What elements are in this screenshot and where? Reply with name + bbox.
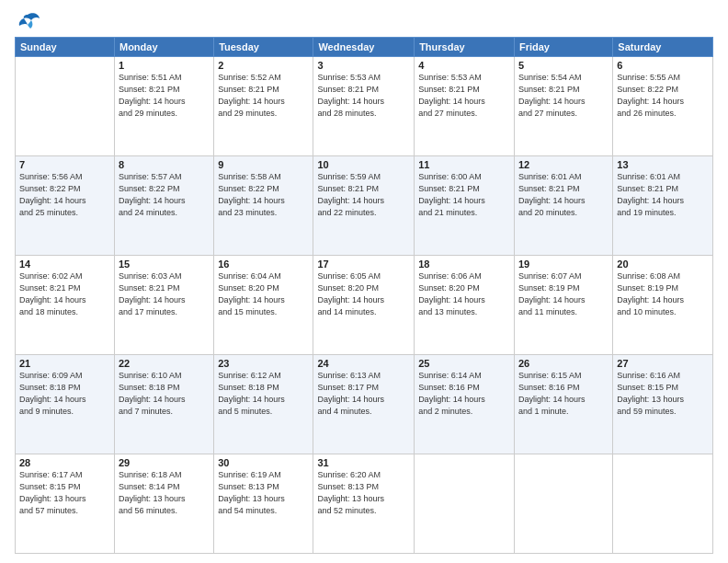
day-info: Sunrise: 6:12 AM Sunset: 8:18 PM Dayligh… [218, 370, 309, 418]
day-number: 12 [518, 159, 609, 170]
day-number: 23 [218, 358, 309, 369]
day-number: 10 [317, 159, 410, 170]
day-info: Sunrise: 5:59 AM Sunset: 8:21 PM Dayligh… [317, 171, 410, 219]
calendar-cell: 19Sunrise: 6:07 AM Sunset: 8:19 PM Dayli… [514, 256, 612, 355]
calendar-cell: 17Sunrise: 6:05 AM Sunset: 8:20 PM Dayli… [313, 256, 415, 355]
calendar-cell: 6Sunrise: 5:55 AM Sunset: 8:22 PM Daylig… [613, 57, 713, 156]
calendar-cell: 10Sunrise: 5:59 AM Sunset: 8:21 PM Dayli… [313, 156, 415, 256]
day-number: 4 [418, 60, 510, 71]
day-info: Sunrise: 5:54 AM Sunset: 8:21 PM Dayligh… [518, 72, 609, 120]
day-number: 3 [317, 60, 410, 71]
day-number: 22 [119, 358, 210, 369]
calendar-cell: 18Sunrise: 6:06 AM Sunset: 8:20 PM Dayli… [415, 256, 515, 355]
calendar-cell: 25Sunrise: 6:14 AM Sunset: 8:16 PM Dayli… [415, 355, 515, 454]
calendar-cell: 28Sunrise: 6:17 AM Sunset: 8:15 PM Dayli… [16, 454, 115, 554]
day-info: Sunrise: 6:13 AM Sunset: 8:17 PM Dayligh… [317, 370, 410, 418]
day-info: Sunrise: 5:57 AM Sunset: 8:22 PM Dayligh… [119, 171, 210, 219]
day-info: Sunrise: 6:20 AM Sunset: 8:13 PM Dayligh… [317, 469, 410, 517]
calendar-cell: 23Sunrise: 6:12 AM Sunset: 8:18 PM Dayli… [214, 355, 313, 454]
day-number: 28 [19, 457, 110, 468]
calendar-cell: 5Sunrise: 5:54 AM Sunset: 8:21 PM Daylig… [514, 57, 612, 156]
day-info: Sunrise: 5:55 AM Sunset: 8:22 PM Dayligh… [617, 72, 709, 120]
calendar-cell: 30Sunrise: 6:19 AM Sunset: 8:13 PM Dayli… [214, 454, 313, 554]
day-number: 1 [119, 60, 210, 71]
day-info: Sunrise: 6:10 AM Sunset: 8:18 PM Dayligh… [119, 370, 210, 418]
calendar-cell: 9Sunrise: 5:58 AM Sunset: 8:22 PM Daylig… [214, 156, 313, 256]
day-number: 18 [418, 259, 510, 270]
calendar-cell: 31Sunrise: 6:20 AM Sunset: 8:13 PM Dayli… [313, 454, 415, 554]
day-info: Sunrise: 5:56 AM Sunset: 8:22 PM Dayligh… [19, 171, 110, 219]
col-header-thursday: Thursday [415, 38, 515, 57]
day-number: 8 [119, 159, 210, 170]
day-number: 17 [317, 259, 410, 270]
calendar-cell: 4Sunrise: 5:53 AM Sunset: 8:21 PM Daylig… [415, 57, 515, 156]
calendar-cell [514, 454, 612, 554]
col-header-saturday: Saturday [613, 38, 713, 57]
day-number: 14 [19, 259, 110, 270]
calendar-cell: 12Sunrise: 6:01 AM Sunset: 8:21 PM Dayli… [514, 156, 612, 256]
logo [15, 11, 44, 31]
day-info: Sunrise: 6:07 AM Sunset: 8:19 PM Dayligh… [518, 270, 609, 318]
calendar-cell: 13Sunrise: 6:01 AM Sunset: 8:21 PM Dayli… [613, 156, 713, 256]
day-info: Sunrise: 6:06 AM Sunset: 8:20 PM Dayligh… [418, 270, 510, 318]
day-info: Sunrise: 6:19 AM Sunset: 8:13 PM Dayligh… [218, 469, 309, 517]
day-info: Sunrise: 6:04 AM Sunset: 8:20 PM Dayligh… [218, 270, 309, 318]
calendar-cell: 11Sunrise: 6:00 AM Sunset: 8:21 PM Dayli… [415, 156, 515, 256]
calendar-cell: 2Sunrise: 5:52 AM Sunset: 8:21 PM Daylig… [214, 57, 313, 156]
day-info: Sunrise: 6:14 AM Sunset: 8:16 PM Dayligh… [418, 370, 510, 418]
calendar-cell: 15Sunrise: 6:03 AM Sunset: 8:21 PM Dayli… [114, 256, 213, 355]
day-info: Sunrise: 6:18 AM Sunset: 8:14 PM Dayligh… [119, 469, 210, 517]
calendar-cell [16, 57, 115, 156]
day-info: Sunrise: 6:03 AM Sunset: 8:21 PM Dayligh… [119, 270, 210, 318]
calendar-cell: 27Sunrise: 6:16 AM Sunset: 8:15 PM Dayli… [613, 355, 713, 454]
day-info: Sunrise: 5:58 AM Sunset: 8:22 PM Dayligh… [218, 171, 309, 219]
calendar-table: SundayMondayTuesdayWednesdayThursdayFrid… [15, 37, 713, 554]
calendar-cell: 14Sunrise: 6:02 AM Sunset: 8:21 PM Dayli… [16, 256, 115, 355]
day-number: 5 [518, 60, 609, 71]
calendar-cell: 29Sunrise: 6:18 AM Sunset: 8:14 PM Dayli… [114, 454, 213, 554]
col-header-wednesday: Wednesday [313, 38, 415, 57]
day-number: 9 [218, 159, 309, 170]
day-number: 30 [218, 457, 309, 468]
day-info: Sunrise: 6:16 AM Sunset: 8:15 PM Dayligh… [617, 370, 709, 418]
day-info: Sunrise: 6:08 AM Sunset: 8:19 PM Dayligh… [617, 270, 709, 318]
calendar-cell: 22Sunrise: 6:10 AM Sunset: 8:18 PM Dayli… [114, 355, 213, 454]
day-number: 2 [218, 60, 309, 71]
day-info: Sunrise: 6:09 AM Sunset: 8:18 PM Dayligh… [19, 370, 110, 418]
day-info: Sunrise: 6:01 AM Sunset: 8:21 PM Dayligh… [518, 171, 609, 219]
calendar-cell: 1Sunrise: 5:51 AM Sunset: 8:21 PM Daylig… [114, 57, 213, 156]
calendar-cell: 21Sunrise: 6:09 AM Sunset: 8:18 PM Dayli… [16, 355, 115, 454]
calendar-cell: 24Sunrise: 6:13 AM Sunset: 8:17 PM Dayli… [313, 355, 415, 454]
calendar-cell: 7Sunrise: 5:56 AM Sunset: 8:22 PM Daylig… [16, 156, 115, 256]
calendar-cell [613, 454, 713, 554]
col-header-tuesday: Tuesday [214, 38, 313, 57]
logo-bird-icon [15, 11, 40, 31]
day-info: Sunrise: 6:15 AM Sunset: 8:16 PM Dayligh… [518, 370, 609, 418]
day-number: 7 [19, 159, 110, 170]
col-header-monday: Monday [114, 38, 213, 57]
day-info: Sunrise: 6:17 AM Sunset: 8:15 PM Dayligh… [19, 469, 110, 517]
day-number: 19 [518, 259, 609, 270]
day-number: 11 [418, 159, 510, 170]
day-number: 31 [317, 457, 410, 468]
day-number: 21 [19, 358, 110, 369]
day-number: 25 [418, 358, 510, 369]
day-number: 26 [518, 358, 609, 369]
day-info: Sunrise: 5:52 AM Sunset: 8:21 PM Dayligh… [218, 72, 309, 120]
day-info: Sunrise: 5:53 AM Sunset: 8:21 PM Dayligh… [317, 72, 410, 120]
day-info: Sunrise: 6:00 AM Sunset: 8:21 PM Dayligh… [418, 171, 510, 219]
day-number: 29 [119, 457, 210, 468]
day-info: Sunrise: 5:51 AM Sunset: 8:21 PM Dayligh… [119, 72, 210, 120]
calendar-cell: 3Sunrise: 5:53 AM Sunset: 8:21 PM Daylig… [313, 57, 415, 156]
col-header-friday: Friday [514, 38, 612, 57]
day-number: 20 [617, 259, 709, 270]
col-header-sunday: Sunday [16, 38, 115, 57]
day-number: 27 [617, 358, 709, 369]
day-info: Sunrise: 6:02 AM Sunset: 8:21 PM Dayligh… [19, 270, 110, 318]
day-number: 15 [119, 259, 210, 270]
day-number: 13 [617, 159, 709, 170]
calendar-cell [415, 454, 515, 554]
day-number: 24 [317, 358, 410, 369]
calendar-cell: 26Sunrise: 6:15 AM Sunset: 8:16 PM Dayli… [514, 355, 612, 454]
calendar-cell: 20Sunrise: 6:08 AM Sunset: 8:19 PM Dayli… [613, 256, 713, 355]
